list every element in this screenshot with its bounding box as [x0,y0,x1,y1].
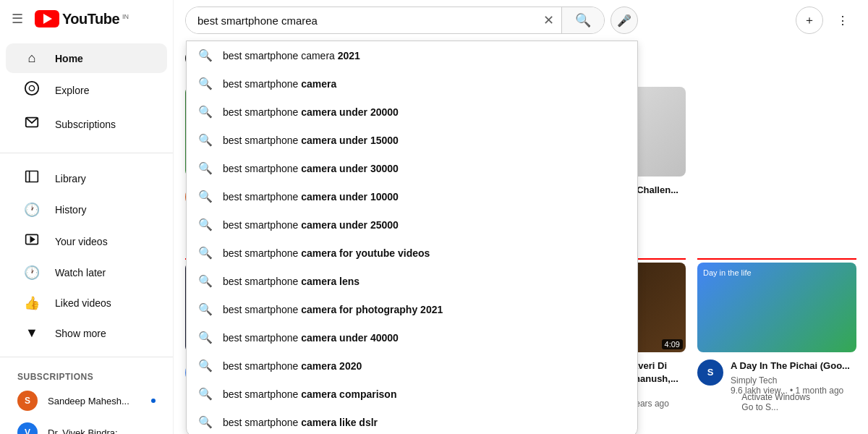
yt-logo-text: YouTube [62,11,119,27]
dropdown-item-5[interactable]: 🔍 best smartphone camera under 10000 [187,182,637,210]
search-container: ✕ 🔍 [185,7,605,34]
dropdown-text-12: best smartphone camera comparison [223,388,396,400]
search-dropdown: 🔍 best smartphone camera 2021 🔍 best sma… [186,41,638,434]
svg-point-0 [25,82,38,95]
subscriptions-label: SUBSCRIPTIONS [0,363,173,385]
search-input[interactable] [186,7,536,33]
subscription-vivek[interactable]: V Dr. Vivek Bindra: ... [0,417,173,434]
sidebar-item-explore-label: Explore [55,85,89,96]
dropdown-item-7[interactable]: 🔍 best smartphone camera for youtube vid… [187,239,637,267]
sidebar-item-explore[interactable]: Explore [6,73,167,107]
dropdown-text-10: best smartphone camera under 40000 [223,332,399,344]
sidebar-item-show-more-label: Show more [55,328,106,339]
yt-logo-icon [35,10,59,27]
sidebar-library-section: Library 🕐 History Your videos 🕐 Watch la… [0,159,173,351]
search-clear-button[interactable]: ✕ [536,7,561,33]
dropdown-search-icon-1: 🔍 [198,77,213,90]
channel-avatar-7: S [697,359,723,386]
sidebar-item-watch-later-label: Watch later [55,267,106,278]
your-videos-icon [23,232,41,250]
activate-windows-watermark: Activate Windows Go to S... [741,392,810,412]
dropdown-text-8: best smartphone camera lens [223,276,359,287]
dropdown-item-11[interactable]: 🔍 best smartphone camera 2020 [187,352,637,380]
sidebar-item-your-videos-label: Your videos [55,236,108,247]
video-duration-6: 4:09 [662,339,683,349]
dropdown-item-0[interactable]: 🔍 best smartphone camera 2021 [187,41,637,69]
dropdown-item-1[interactable]: 🔍 best smartphone camera [187,69,637,98]
youtube-logo[interactable]: YouTubeIN [35,10,129,27]
svg-rect-3 [26,171,38,182]
header: ✕ 🔍 🎤 ＋ ⋮ [174,0,868,41]
dropdown-item-4[interactable]: 🔍 best smartphone camera under 30000 [187,154,637,182]
more-options-button[interactable]: ⋮ [829,7,856,34]
show-more-icon: ▼ [23,326,41,341]
hamburger-icon[interactable]: ☰ [12,11,23,27]
sidebar-item-your-videos[interactable]: Your videos [6,225,167,258]
dropdown-text-7: best smartphone camera for youtube video… [223,247,430,259]
dots-icon: ⋮ [837,14,848,27]
empty-col [697,87,856,247]
watch-later-icon: 🕐 [23,265,41,281]
sidebar-nav: ⌂ Home Explore Subscriptions [0,38,173,147]
dropdown-item-8[interactable]: 🔍 best smartphone camera lens [187,267,637,295]
mic-button[interactable]: 🎤 [610,7,638,34]
activate-line1: Activate Windows [741,392,810,402]
dropdown-item-13[interactable]: 🔍 best smartphone camera like dslr [187,408,637,434]
dropdown-text-0: best smartphone camera 2021 [223,50,360,61]
dropdown-text-4: best smartphone camera under 30000 [223,163,399,174]
sub-notification-dot-sandeep [151,399,156,403]
library-icon [23,169,41,187]
dropdown-search-icon-6: 🔍 [198,218,213,231]
dropdown-item-2[interactable]: 🔍 best smartphone camera under 20000 [187,98,637,126]
explore-icon [23,80,41,100]
dropdown-item-9[interactable]: 🔍 best smartphone camera for photography… [187,295,637,323]
sidebar-item-subscriptions[interactable]: Subscriptions [6,107,167,141]
dropdown-search-icon-8: 🔍 [198,274,213,288]
dropdown-item-12[interactable]: 🔍 best smartphone camera comparison [187,380,637,408]
dropdown-search-icon-10: 🔍 [198,331,213,344]
sub-name-sandeep: Sandeep Mahesh... [48,396,129,407]
dropdown-text-3: best smartphone camera under 15000 [223,135,399,146]
yt-logo-in: IN [122,13,129,20]
subscriptions-icon [23,114,41,134]
search-bar-wrapper: ✕ 🔍 [185,7,605,34]
video-title-7: A Day In The Pichai (Goo... [731,359,856,373]
sub-avatar-vivek: V [17,422,38,434]
sidebar-item-home[interactable]: ⌂ Home [6,43,167,73]
svg-point-1 [29,85,34,90]
dropdown-text-2: best smartphone camera under 20000 [223,106,399,118]
search-button[interactable]: 🔍 [561,7,604,33]
sidebar-item-watch-later[interactable]: 🕐 Watch later [6,258,167,288]
dropdown-search-icon-13: 🔍 [198,415,213,429]
sidebar-header: ☰ YouTubeIN [0,0,173,38]
dropdown-item-10[interactable]: 🔍 best smartphone camera under 40000 [187,323,637,352]
sidebar: ☰ YouTubeIN ⌂ Home Explore Subscriptions [0,0,174,434]
sidebar-item-show-more[interactable]: ▼ Show more [6,318,167,348]
home-icon: ⌂ [23,51,41,66]
dropdown-search-icon-12: 🔍 [198,387,213,401]
sidebar-item-history[interactable]: 🕐 History [6,195,167,225]
subscription-sandeep[interactable]: S Sandeep Mahesh... [0,385,173,417]
sidebar-item-library[interactable]: Library [6,162,167,195]
dropdown-search-icon-3: 🔍 [198,133,213,147]
dropdown-search-icon-7: 🔍 [198,246,213,260]
sidebar-item-subscriptions-label: Subscriptions [55,119,116,130]
video-channel-7: Simply Tech [731,375,856,386]
create-icon: ＋ [804,13,815,28]
dropdown-search-icon-9: 🔍 [198,302,213,316]
subscriptions-section: SUBSCRIPTIONS S Sandeep Mahesh... V Dr. … [0,363,173,434]
sub-name-vivek: Dr. Vivek Bindra: ... [48,427,128,435]
dropdown-search-icon-4: 🔍 [198,161,213,175]
dropdown-text-11: best smartphone camera 2020 [223,360,362,372]
dropdown-text-1: best smartphone camera [223,78,336,90]
dropdown-item-3[interactable]: 🔍 best smartphone camera under 15000 [187,126,637,154]
dropdown-item-6[interactable]: 🔍 best smartphone camera under 25000 [187,210,637,239]
create-button[interactable]: ＋ [796,7,823,34]
svg-marker-6 [30,237,34,242]
liked-videos-icon: 👍 [23,295,41,311]
sub-avatar-sandeep: S [17,391,38,411]
header-actions: ＋ ⋮ [796,7,856,34]
sidebar-item-liked-videos-label: Liked videos [55,297,111,309]
sidebar-item-home-label: Home [55,53,83,64]
sidebar-item-liked-videos[interactable]: 👍 Liked videos [6,288,167,318]
